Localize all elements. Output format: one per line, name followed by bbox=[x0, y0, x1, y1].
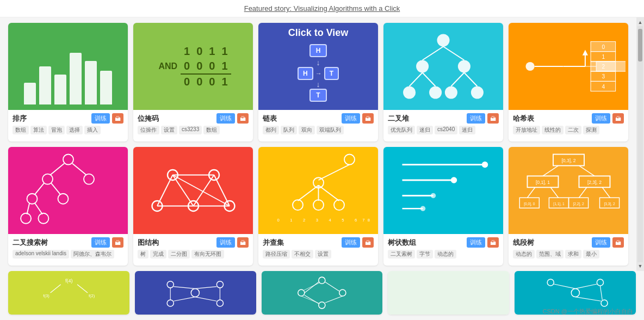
bst-train-btn[interactable]: 训练 bbox=[91, 237, 110, 248]
tag-dag[interactable]: 有向无环图 bbox=[191, 250, 224, 259]
svg-line-84 bbox=[579, 165, 595, 176]
tag-disjoint[interactable]: 不相交 bbox=[292, 250, 313, 259]
svg-point-41 bbox=[38, 213, 48, 224]
bitmask-icon-btn[interactable]: 🏔 bbox=[237, 113, 249, 124]
svg-point-9 bbox=[403, 86, 416, 99]
tag-probe[interactable]: 探测 bbox=[583, 126, 599, 134]
st-train-btn[interactable]: 训练 bbox=[592, 237, 610, 248]
card-hash-footer: 哈希表 训练 🏔 开放地址 线性的 二次 探测 bbox=[509, 110, 628, 138]
scroll-up-btn[interactable]: ▲ bbox=[637, 19, 643, 26]
tag-linear[interactable]: 线性的 bbox=[542, 126, 564, 134]
tag-arr2[interactable]: 数组 bbox=[203, 126, 220, 134]
tag-array[interactable]: 数组 bbox=[13, 126, 29, 134]
card-recursion-image[interactable]: f(4) f(3) f(2) bbox=[8, 271, 129, 315]
svg-point-4 bbox=[458, 60, 470, 72]
scroll-down-btn[interactable]: ▼ bbox=[637, 262, 643, 270]
tag-byte[interactable]: 字节 bbox=[417, 250, 433, 259]
bitmask-title: 位掩码 bbox=[138, 114, 159, 124]
svg-line-102 bbox=[50, 285, 60, 293]
tag-range[interactable]: 范围、域 bbox=[536, 250, 564, 259]
bar-2 bbox=[39, 66, 51, 104]
tag-settings[interactable]: 设置 bbox=[315, 250, 331, 259]
tag-queue[interactable]: 队列 bbox=[281, 126, 297, 134]
tag-open[interactable]: 开放地址 bbox=[513, 126, 540, 134]
graph-icon-btn[interactable]: 🏔 bbox=[237, 237, 249, 248]
card-graph-image[interactable] bbox=[133, 147, 253, 234]
tag-dynamic2[interactable]: 动态的 bbox=[513, 250, 535, 259]
card-uf-image[interactable]: 0 1 2 3 4 5 6 7 8 bbox=[258, 147, 378, 234]
tag-avl[interactable]: adelson velskii landis bbox=[13, 250, 69, 259]
tag-deque2[interactable]: 双端队列 bbox=[317, 126, 344, 134]
scroll-thumb[interactable] bbox=[638, 29, 642, 61]
sort-train-btn[interactable]: 训练 bbox=[91, 113, 110, 124]
card-graph-indigo-image[interactable] bbox=[135, 271, 256, 315]
tag-sum[interactable]: 求和 bbox=[565, 250, 581, 259]
card-fenwick-image[interactable] bbox=[383, 147, 503, 234]
hash-train-btn[interactable]: 训练 bbox=[592, 113, 610, 124]
tag-bubble[interactable]: 冒泡 bbox=[48, 126, 65, 134]
tag-insert[interactable]: 插入 bbox=[84, 126, 101, 134]
uf-icon-btn[interactable]: 🏔 bbox=[362, 237, 374, 248]
svg-line-59 bbox=[318, 186, 339, 201]
tag-deque[interactable]: 都列 bbox=[263, 126, 279, 134]
heap-train-btn[interactable]: 训练 bbox=[467, 113, 485, 124]
tag-recursive[interactable]: 迷归 bbox=[417, 126, 433, 134]
tag-cs2040[interactable]: cs2040 bbox=[435, 126, 457, 134]
svg-point-110 bbox=[217, 300, 224, 306]
bitmask-tags: 位操作 设置 cs3233 数组 bbox=[138, 126, 249, 134]
bst-tags: adelson velskii landis 阿德尔、森韦尔 bbox=[13, 250, 123, 259]
tag-pq[interactable]: 优先队列 bbox=[388, 126, 415, 134]
featured-story-link[interactable]: Featured story: Visualizing Algorithms w… bbox=[244, 4, 400, 13]
tag-dynamic[interactable]: 动态的 bbox=[435, 250, 456, 259]
tag-recursive2[interactable]: 迷归 bbox=[459, 126, 475, 134]
svg-line-126 bbox=[301, 296, 319, 304]
tag-bitop[interactable]: 位操作 bbox=[138, 126, 159, 134]
sort-icon-btn[interactable]: 🏔 bbox=[112, 113, 123, 124]
card-bitmask-footer: 位掩码 训练 🏔 位操作 设置 cs3233 数组 bbox=[133, 110, 253, 138]
card-st-image[interactable]: [0,3], 2 [0,1], 1 [2,3], 2 [0,0], 0 bbox=[509, 147, 628, 234]
st-icon-btn[interactable]: 🏔 bbox=[612, 237, 624, 248]
algorithm-grid: 排序 训练 🏔 数组 算法 冒泡 选择 插入 bbox=[0, 17, 636, 271]
tag-tree[interactable]: 树 bbox=[138, 250, 148, 259]
svg-line-31 bbox=[72, 164, 86, 175]
uf-train-btn[interactable]: 训练 bbox=[342, 237, 360, 248]
tag-algo[interactable]: 算法 bbox=[30, 126, 47, 134]
card-bst-image[interactable] bbox=[8, 147, 128, 234]
bitmask-train-btn[interactable]: 训练 bbox=[216, 113, 235, 124]
card-heap-image[interactable] bbox=[383, 23, 503, 110]
fenwick-train-btn[interactable]: 训练 bbox=[467, 237, 485, 248]
card-ll-image[interactable]: Click to View H ↓ H → T ↓ T bbox=[258, 23, 378, 110]
tag-double[interactable]: 双向 bbox=[299, 126, 315, 134]
card-empty-image[interactable] bbox=[388, 271, 509, 315]
tag-complete[interactable]: 完成 bbox=[150, 250, 166, 259]
heap-icon-btn[interactable]: 🏔 bbox=[487, 113, 499, 124]
tag-bit[interactable]: 二叉索树 bbox=[388, 250, 415, 259]
bst-icon-btn[interactable]: 🏔 bbox=[112, 237, 123, 248]
svg-text:[0,3], 2: [0,3], 2 bbox=[561, 158, 575, 163]
flow-node-h2: H bbox=[298, 67, 313, 80]
tag-quadratic[interactable]: 二次 bbox=[565, 126, 581, 134]
hash-icon-btn[interactable]: 🏔 bbox=[612, 113, 624, 124]
ll-train-btn[interactable]: 训练 bbox=[342, 113, 360, 124]
tag-min[interactable]: 最小 bbox=[583, 250, 599, 259]
card-bitmask-image[interactable]: 1 0 1 1 AND 0 0 0 1 bbox=[133, 23, 253, 110]
svg-text:5: 5 bbox=[342, 218, 344, 223]
scrollbar[interactable]: ▲ ▼ bbox=[636, 17, 644, 271]
tag-bipartite[interactable]: 二分图 bbox=[168, 250, 190, 259]
card-graph-teal-image[interactable] bbox=[262, 271, 383, 315]
tag-cs3233[interactable]: cs3233 bbox=[179, 126, 202, 134]
tag-path[interactable]: 路径压缩 bbox=[263, 250, 290, 259]
card-union-find: 0 1 2 3 4 5 6 7 8 并查集 训练 bbox=[258, 147, 378, 266]
card-sort-image[interactable] bbox=[8, 23, 128, 110]
tag-set[interactable]: 设置 bbox=[161, 126, 177, 134]
fenwick-icon-btn[interactable]: 🏔 bbox=[487, 237, 499, 248]
graph-train-btn[interactable]: 训练 bbox=[216, 237, 235, 248]
tag-adelson[interactable]: 阿德尔、森韦尔 bbox=[71, 250, 114, 259]
bst-actions: 训练 🏔 bbox=[91, 237, 123, 248]
svg-point-29 bbox=[63, 155, 73, 165]
top-bar: Featured story: Visualizing Algorithms w… bbox=[0, 0, 644, 17]
svg-point-3 bbox=[416, 60, 429, 72]
ll-icon-btn[interactable]: 🏔 bbox=[362, 113, 374, 124]
card-hash-image[interactable]: 0 1 2 3 4 bbox=[509, 23, 628, 110]
tag-select[interactable]: 选择 bbox=[66, 126, 83, 134]
